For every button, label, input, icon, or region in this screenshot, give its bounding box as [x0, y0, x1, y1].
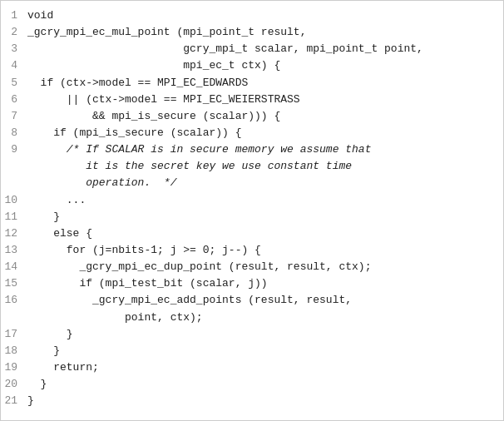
table-row: 12 else {: [1, 225, 503, 242]
line-number: 1: [1, 7, 24, 24]
line-number: 13: [1, 242, 24, 259]
code-container: 1void2_gcry_mpi_ec_mul_point (mpi_point_…: [0, 0, 504, 421]
code-line: it is the secret key we use constant tim…: [24, 158, 503, 175]
table-row: 19 return;: [1, 359, 503, 376]
table-row: 21}: [1, 393, 503, 409]
code-line: && mpi_is_secure (scalar))) {: [24, 108, 503, 125]
line-number: 2: [1, 24, 24, 41]
line-number: [1, 310, 24, 326]
code-line: mpi_ec_t ctx) {: [24, 57, 503, 74]
table-row: 2_gcry_mpi_ec_mul_point (mpi_point_t res…: [1, 24, 503, 41]
table-row: 18 }: [1, 343, 503, 359]
line-number: 21: [1, 393, 24, 409]
code-line: }: [24, 376, 503, 393]
line-number: 8: [1, 125, 24, 141]
line-number: 18: [1, 343, 24, 359]
code-line: else {: [24, 225, 503, 242]
line-number: 19: [1, 359, 24, 376]
code-table: 1void2_gcry_mpi_ec_mul_point (mpi_point_…: [1, 7, 503, 409]
line-number: 4: [1, 57, 24, 74]
code-line: operation. */: [24, 175, 503, 191]
table-row: 9 /* If SCALAR is in secure memory we as…: [1, 141, 503, 158]
code-line: return;: [24, 359, 503, 376]
line-number: 11: [1, 209, 24, 225]
code-line: }: [24, 343, 503, 359]
code-line: || (ctx->model == MPI_EC_WEIERSTRASS: [24, 92, 503, 108]
code-line: for (j=nbits-1; j >= 0; j--) {: [24, 242, 503, 259]
code-line: point, ctx);: [24, 310, 503, 326]
table-row: 11 }: [1, 209, 503, 225]
line-number: [1, 158, 24, 175]
table-row: 13 for (j=nbits-1; j >= 0; j--) {: [1, 242, 503, 259]
table-row: 10 ...: [1, 192, 503, 209]
table-row: 4 mpi_ec_t ctx) {: [1, 57, 503, 74]
table-row: 1void: [1, 7, 503, 24]
line-number: 15: [1, 275, 24, 292]
line-number: 7: [1, 108, 24, 125]
table-row: 20 }: [1, 376, 503, 393]
line-number: [1, 175, 24, 191]
table-row: 15 if (mpi_test_bit (scalar, j)): [1, 275, 503, 292]
table-row: 5 if (ctx->model == MPI_EC_EDWARDS: [1, 75, 503, 92]
code-line: gcry_mpi_t scalar, mpi_point_t point,: [24, 41, 503, 57]
line-number: 5: [1, 75, 24, 92]
code-line: }: [24, 393, 503, 409]
table-row: 14 _gcry_mpi_ec_dup_point (result, resul…: [1, 259, 503, 275]
line-number: 6: [1, 92, 24, 108]
code-line: ...: [24, 192, 503, 209]
line-number: 12: [1, 225, 24, 242]
table-row: 16 _gcry_mpi_ec_add_points (result, resu…: [1, 292, 503, 309]
code-line: /* If SCALAR is in secure memory we assu…: [24, 141, 503, 158]
code-line: _gcry_mpi_ec_dup_point (result, result, …: [24, 259, 503, 275]
code-line: }: [24, 209, 503, 225]
table-row: operation. */: [1, 175, 503, 191]
table-row: point, ctx);: [1, 310, 503, 326]
code-line: _gcry_mpi_ec_add_points (result, result,: [24, 292, 503, 309]
line-number: 14: [1, 259, 24, 275]
table-row: 7 && mpi_is_secure (scalar))) {: [1, 108, 503, 125]
code-line: if (ctx->model == MPI_EC_EDWARDS: [24, 75, 503, 92]
table-row: 3 gcry_mpi_t scalar, mpi_point_t point,: [1, 41, 503, 57]
line-number: 17: [1, 326, 24, 343]
code-line: if (mpi_test_bit (scalar, j)): [24, 275, 503, 292]
table-row: 17 }: [1, 326, 503, 343]
table-row: it is the secret key we use constant tim…: [1, 158, 503, 175]
code-line: if (mpi_is_secure (scalar)) {: [24, 125, 503, 141]
line-number: 9: [1, 141, 24, 158]
code-line: void: [24, 7, 503, 24]
code-line: }: [24, 326, 503, 343]
line-number: 20: [1, 376, 24, 393]
code-line: _gcry_mpi_ec_mul_point (mpi_point_t resu…: [24, 24, 503, 41]
line-number: 10: [1, 192, 24, 209]
line-number: 3: [1, 41, 24, 57]
table-row: 8 if (mpi_is_secure (scalar)) {: [1, 125, 503, 141]
table-row: 6 || (ctx->model == MPI_EC_WEIERSTRASS: [1, 92, 503, 108]
line-number: 16: [1, 292, 24, 309]
